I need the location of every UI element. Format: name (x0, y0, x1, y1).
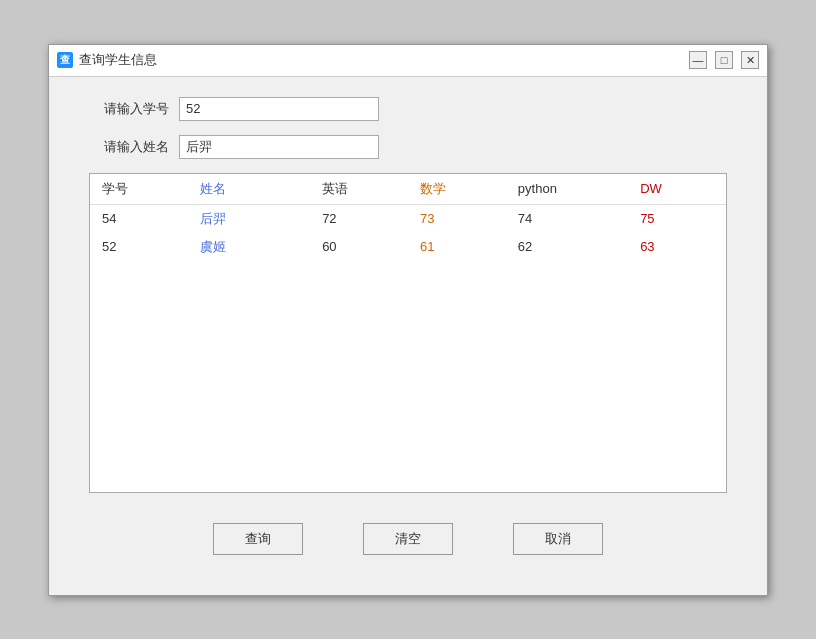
table-body: 54后羿7273747552虞姬60616263 (90, 204, 726, 261)
buttons-row: 查询 清空 取消 (79, 507, 737, 575)
table-row: 52虞姬60616263 (90, 233, 726, 261)
clear-button[interactable]: 清空 (363, 523, 453, 555)
id-form-row: 请输入学号 (79, 97, 737, 121)
name-form-row: 请输入姓名 (79, 135, 737, 159)
close-button[interactable]: ✕ (741, 51, 759, 69)
name-input[interactable] (179, 135, 379, 159)
main-window: 查 查询学生信息 — □ ✕ 请输入学号 请输入姓名 学号 (48, 44, 768, 596)
app-icon-text: 查 (60, 53, 70, 67)
header-name: 姓名 (188, 174, 310, 205)
header-dw: DW (628, 174, 726, 205)
window-title: 查询学生信息 (79, 51, 157, 69)
id-label: 请输入学号 (79, 100, 169, 118)
header-python: python (506, 174, 628, 205)
content-area: 请输入学号 请输入姓名 学号 姓名 英语 数学 python DW (49, 77, 767, 595)
results-table-container: 学号 姓名 英语 数学 python DW 54后羿7273747552虞姬60… (89, 173, 727, 493)
results-table: 学号 姓名 英语 数学 python DW 54后羿7273747552虞姬60… (90, 174, 726, 261)
maximize-button[interactable]: □ (715, 51, 733, 69)
query-button[interactable]: 查询 (213, 523, 303, 555)
minimize-button[interactable]: — (689, 51, 707, 69)
app-icon: 查 (57, 52, 73, 68)
header-english: 英语 (310, 174, 408, 205)
title-bar-controls: — □ ✕ (689, 51, 759, 69)
name-label: 请输入姓名 (79, 138, 169, 156)
header-id: 学号 (90, 174, 188, 205)
title-bar-left: 查 查询学生信息 (57, 51, 157, 69)
header-math: 数学 (408, 174, 506, 205)
table-row: 54后羿72737475 (90, 204, 726, 233)
title-bar: 查 查询学生信息 — □ ✕ (49, 45, 767, 77)
id-input[interactable] (179, 97, 379, 121)
cancel-button[interactable]: 取消 (513, 523, 603, 555)
table-header-row: 学号 姓名 英语 数学 python DW (90, 174, 726, 205)
